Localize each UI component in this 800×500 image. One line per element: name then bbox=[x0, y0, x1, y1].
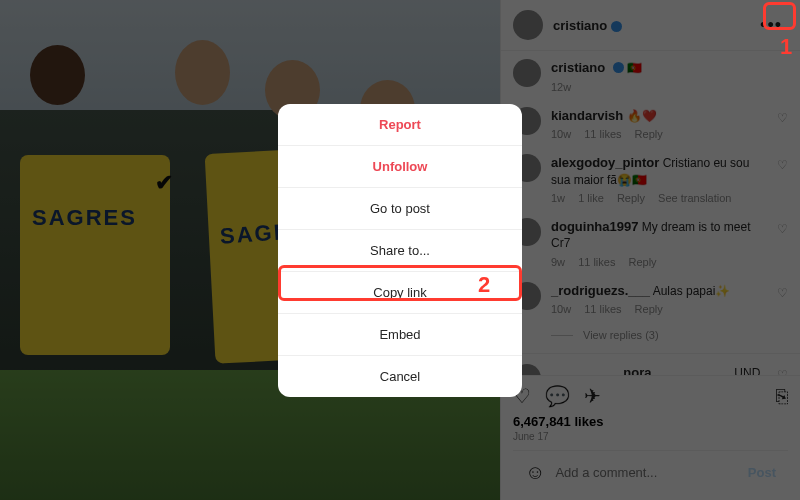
menu-embed[interactable]: Embed bbox=[278, 314, 522, 356]
menu-cancel[interactable]: Cancel bbox=[278, 356, 522, 397]
options-menu: Report Unfollow Go to post Share to... C… bbox=[278, 104, 522, 397]
menu-unfollow[interactable]: Unfollow bbox=[278, 146, 522, 188]
menu-share-to[interactable]: Share to... bbox=[278, 230, 522, 272]
menu-go-to-post[interactable]: Go to post bbox=[278, 188, 522, 230]
menu-copy-link[interactable]: Copy link bbox=[278, 272, 522, 314]
modal-overlay[interactable]: Report Unfollow Go to post Share to... C… bbox=[0, 0, 800, 500]
menu-report[interactable]: Report bbox=[278, 104, 522, 146]
